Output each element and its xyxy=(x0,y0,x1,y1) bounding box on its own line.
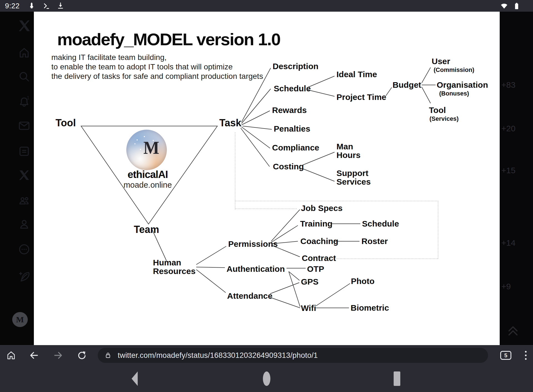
compose-icon[interactable] xyxy=(18,271,31,283)
node-job-specs: Job Specs xyxy=(301,204,343,212)
node-penalties: Penalties xyxy=(274,124,310,133)
android-recents-button[interactable] xyxy=(394,371,400,386)
node-tool-services: Tool xyxy=(429,106,446,114)
node-description: Description xyxy=(273,62,318,71)
diagram-title: moadefy_MODEL version 1.0 xyxy=(57,29,280,49)
home-icon[interactable] xyxy=(18,46,31,59)
lists-icon[interactable] xyxy=(18,145,31,158)
node-permissions: Permissions xyxy=(228,240,278,248)
avatar-monogram: M xyxy=(16,315,24,324)
status-bar: 9:22 xyxy=(0,0,533,12)
terminal-icon xyxy=(42,2,50,10)
refresh-button[interactable] xyxy=(70,350,94,361)
count-badge: +15 xyxy=(501,166,516,175)
moon-stars xyxy=(137,139,138,140)
brand-name: ethicalAI xyxy=(117,169,178,180)
node-otp: OTP xyxy=(307,265,324,273)
node-coaching: Coaching xyxy=(300,237,338,245)
android-nav-bar xyxy=(0,365,533,392)
android-back-button[interactable] xyxy=(132,371,138,386)
battery-icon xyxy=(512,2,521,10)
node-man-hours: Man Hours xyxy=(336,142,364,159)
count-badge: +9 xyxy=(501,282,511,291)
node-training-schedule: Schedule xyxy=(362,219,399,228)
premium-x-icon[interactable] xyxy=(18,169,31,182)
android-home-button[interactable] xyxy=(263,371,270,386)
node-tool: Tool xyxy=(56,119,76,127)
node-organisation-sub: (Bonuses) xyxy=(439,90,469,97)
lock-icon xyxy=(104,351,112,360)
node-human-resources: Human Resources xyxy=(153,258,197,275)
android-screen: 9:22 1 M xyxy=(0,0,533,392)
node-wifi: Wifi xyxy=(301,304,316,312)
x-sidebar: 1 M xyxy=(0,12,34,345)
node-photo: Photo xyxy=(351,277,374,285)
chevron-double-up-icon[interactable] xyxy=(505,323,521,336)
node-costing: Costing xyxy=(273,162,304,171)
node-roster: Roster xyxy=(361,237,388,245)
node-rewards: Rewards xyxy=(272,106,307,114)
browser-menu-button[interactable] xyxy=(520,351,531,360)
node-budget: Budget xyxy=(393,81,421,89)
account-avatar[interactable]: M xyxy=(12,312,28,327)
node-schedule: Schedule xyxy=(274,84,311,93)
search-icon[interactable] xyxy=(18,70,31,83)
node-task: Task xyxy=(219,119,241,127)
node-compliance: Compliance xyxy=(272,143,319,152)
photo-diagram: moadefy_MODEL version 1.0 making IT faci… xyxy=(34,12,500,345)
photo-viewer-right-rail: +83 +20 +15 +14 +9 xyxy=(500,12,533,345)
brand-domain: moade.online xyxy=(117,180,178,190)
node-contract: Contract xyxy=(302,254,336,262)
tab-count: 5 xyxy=(504,352,507,359)
forward-button[interactable] xyxy=(46,350,70,361)
browser-toolbar: twitter.com/moadefy/status/1683301203264… xyxy=(0,345,533,365)
node-biometric: Biometric xyxy=(351,303,389,312)
x-logo-icon[interactable] xyxy=(18,19,31,32)
node-ideal-time: Ideal Time xyxy=(336,70,377,79)
node-attendance: Attendance xyxy=(227,292,272,300)
node-project-time: Project Time xyxy=(336,93,386,101)
url-text: twitter.com/moadefy/status/1683301203264… xyxy=(118,351,318,360)
download-icon xyxy=(56,2,65,10)
diagram-subtitle: making IT facilitate team building, to e… xyxy=(51,53,263,81)
moon-monogram: M xyxy=(143,137,159,158)
node-authentication: Authentication xyxy=(227,265,285,273)
messages-icon[interactable] xyxy=(18,119,31,132)
node-user-sub: (Commission) xyxy=(434,66,474,74)
url-bar[interactable]: twitter.com/moadefy/status/1683301203264… xyxy=(98,348,488,363)
more-icon[interactable] xyxy=(18,243,31,256)
clock: 9:22 xyxy=(5,2,20,10)
browser-home-button[interactable] xyxy=(0,350,22,361)
wifi-icon xyxy=(500,2,508,10)
node-team: Team xyxy=(134,225,159,234)
node-training: Training xyxy=(300,219,333,228)
node-organisation: Organisation xyxy=(437,81,488,89)
notification-badge: 1 xyxy=(27,96,30,100)
node-user: User xyxy=(432,57,450,66)
back-button[interactable] xyxy=(22,350,46,361)
profile-icon[interactable] xyxy=(18,218,31,231)
communities-icon[interactable] xyxy=(18,194,31,207)
count-badge: +83 xyxy=(501,80,516,90)
node-tool-services-sub: (Services) xyxy=(429,115,459,122)
node-gps: GPS xyxy=(301,277,318,286)
notifications-bell-icon[interactable]: 1 xyxy=(18,96,31,108)
usb-icon xyxy=(27,2,36,10)
node-support-services: Support Services xyxy=(336,169,373,186)
tab-switcher-button[interactable]: 5 xyxy=(500,351,511,360)
count-badge: +20 xyxy=(501,124,516,133)
count-badge: +14 xyxy=(501,238,516,248)
